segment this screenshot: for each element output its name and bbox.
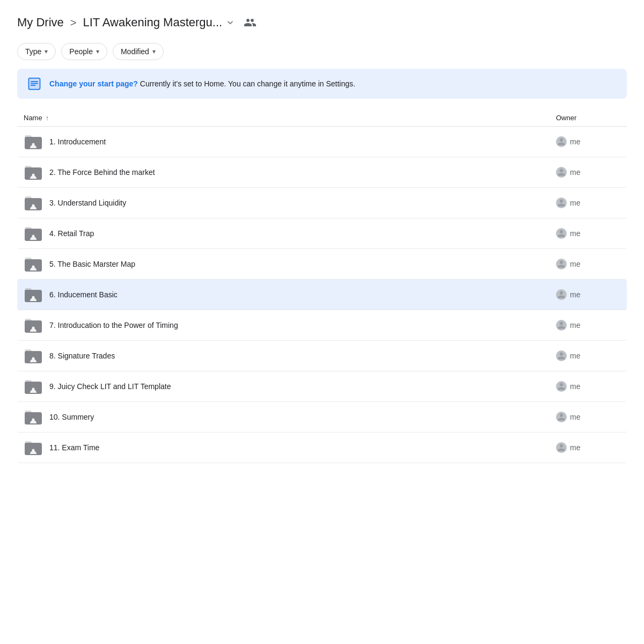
folder-icon <box>24 438 43 457</box>
table-row[interactable]: 4. Retail Trap me <box>17 218 627 249</box>
owner-name: me <box>570 260 580 268</box>
filters-bar: Type ▾ People ▾ Modified ▾ <box>0 41 644 69</box>
row-owner: me <box>556 350 620 361</box>
row-file-name: 7. Introducation to the Power of Timing <box>49 321 556 330</box>
people-filter-button[interactable]: People ▾ <box>61 43 107 60</box>
table-row[interactable]: 2. The Force Behind the market me <box>17 157 627 188</box>
modified-filter-button[interactable]: Modified ▾ <box>113 43 164 60</box>
row-file-name: 5. The Basic Marster Map <box>49 260 556 268</box>
owner-header-label: Owner <box>556 114 576 122</box>
sort-arrow-icon: ↑ <box>46 114 49 122</box>
folder-icon <box>24 316 43 335</box>
folder-name-label: LIT Awakening Mastergu... <box>83 16 222 30</box>
breadcrumb-my-drive[interactable]: My Drive <box>17 16 64 30</box>
banner-text: Change your start page? Currently it's s… <box>49 79 355 88</box>
row-file-name: 1. Introducement <box>49 137 556 146</box>
table-row[interactable]: 8. Signature Trades me <box>17 341 627 371</box>
owner-name: me <box>570 352 580 360</box>
table-header-row: Name ↑ Owner <box>17 109 627 127</box>
info-banner: Change your start page? Currently it's s… <box>17 69 627 99</box>
type-chevron-icon: ▾ <box>45 48 48 55</box>
type-filter-label: Type <box>25 47 41 56</box>
row-owner: me <box>556 259 620 269</box>
owner-name: me <box>570 168 580 177</box>
owner-avatar-icon <box>556 259 567 269</box>
owner-avatar-icon <box>556 412 567 422</box>
row-owner: me <box>556 412 620 422</box>
owner-avatar-icon <box>556 350 567 361</box>
row-owner: me <box>556 320 620 331</box>
owner-name: me <box>570 443 580 452</box>
row-file-name: 10. Summery <box>49 413 556 421</box>
table-row[interactable]: 10. Summery me <box>17 402 627 433</box>
owner-avatar-icon <box>556 289 567 300</box>
folder-icon <box>24 346 43 365</box>
name-column-header[interactable]: Name ↑ <box>24 114 556 122</box>
folder-icon <box>24 132 43 151</box>
svg-rect-3 <box>31 83 38 84</box>
owner-name: me <box>570 413 580 421</box>
row-file-name: 3. Understand Liquidity <box>49 199 556 207</box>
folder-icon <box>24 377 43 396</box>
folder-icon <box>24 163 43 182</box>
owner-avatar-icon <box>556 320 567 331</box>
owner-avatar-icon <box>556 136 567 147</box>
owner-name: me <box>570 290 580 299</box>
row-file-name: 9. Juicy Check LIT and LIT Template <box>49 382 556 391</box>
folder-icon <box>24 193 43 213</box>
folder-icon <box>24 224 43 243</box>
breadcrumb-folder[interactable]: LIT Awakening Mastergu... <box>83 16 235 30</box>
banner-icon <box>27 76 42 91</box>
modified-chevron-icon: ▾ <box>152 48 156 55</box>
table-body: 1. Introducement me 2. The Force Behind … <box>17 127 627 463</box>
folder-icon <box>24 254 43 274</box>
owner-name: me <box>570 382 580 391</box>
people-filter-label: People <box>69 47 93 56</box>
modified-filter-label: Modified <box>121 47 149 56</box>
owner-avatar-icon <box>556 442 567 453</box>
folder-icon <box>24 285 43 304</box>
table-row[interactable]: 11. Exam Time me <box>17 433 627 463</box>
owner-avatar-icon <box>556 197 567 208</box>
owner-avatar-icon <box>556 381 567 392</box>
folder-icon <box>24 407 43 427</box>
row-file-name: 2. The Force Behind the market <box>49 168 556 177</box>
table-row[interactable]: 9. Juicy Check LIT and LIT Template me <box>17 371 627 402</box>
row-owner: me <box>556 381 620 392</box>
banner-rest-text: Currently it's set to Home. You can chan… <box>138 79 355 88</box>
table-row[interactable]: 6. Inducement Basic me <box>17 280 627 310</box>
breadcrumb-separator: > <box>70 17 77 29</box>
owner-avatar-icon <box>556 228 567 239</box>
row-owner: me <box>556 167 620 178</box>
type-filter-button[interactable]: Type ▾ <box>17 43 56 60</box>
chevron-down-icon[interactable] <box>225 18 235 27</box>
table-row[interactable]: 7. Introducation to the Power of Timing … <box>17 310 627 341</box>
row-file-name: 4. Retail Trap <box>49 229 556 238</box>
row-file-name: 8. Signature Trades <box>49 352 556 360</box>
table-row[interactable]: 3. Understand Liquidity me <box>17 188 627 218</box>
owner-avatar-icon <box>556 167 567 178</box>
row-owner: me <box>556 228 620 239</box>
svg-rect-2 <box>31 81 38 82</box>
owner-name: me <box>570 229 580 238</box>
row-owner: me <box>556 197 620 208</box>
owner-name: me <box>570 199 580 207</box>
name-header-label: Name <box>24 114 42 122</box>
table-row[interactable]: 5. The Basic Marster Map me <box>17 249 627 280</box>
svg-rect-4 <box>31 85 35 86</box>
owner-column-header: Owner <box>556 114 620 122</box>
breadcrumb-header: My Drive > LIT Awakening Mastergu... <box>0 0 644 41</box>
owner-name: me <box>570 321 580 330</box>
owner-name: me <box>570 137 580 146</box>
row-owner: me <box>556 136 620 147</box>
file-table: Name ↑ Owner 1. Introducement <box>0 109 644 463</box>
people-chevron-icon: ▾ <box>96 48 99 55</box>
table-row[interactable]: 1. Introducement me <box>17 127 627 157</box>
row-owner: me <box>556 289 620 300</box>
row-file-name: 11. Exam Time <box>49 443 556 452</box>
row-file-name: 6. Inducement Basic <box>49 290 556 299</box>
people-icon[interactable] <box>243 15 258 30</box>
banner-bold-text: Change your start page? <box>49 79 138 88</box>
row-owner: me <box>556 442 620 453</box>
